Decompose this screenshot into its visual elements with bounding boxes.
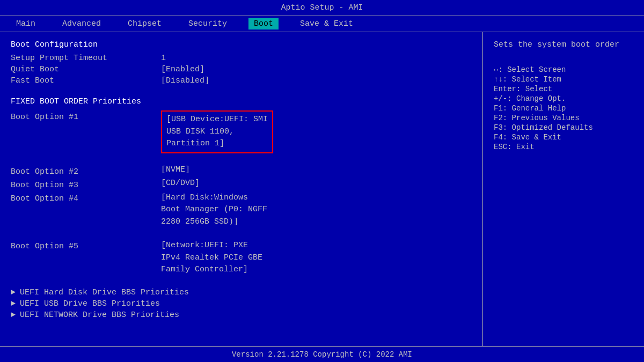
boot-option1-label: Boot Option #1 (11, 110, 161, 122)
boot-option3-label: Boot Option #3 (11, 179, 161, 190)
key-select-item-key: ↑↓: Select Item (494, 75, 561, 84)
boot-option4-row: Boot Option #4 [Hard Disk:Windows Boot M… (11, 192, 472, 228)
bbs1-label: UEFI Hard Disk Drive BBS Priorities (20, 288, 189, 297)
key-f4-key: F4: Save & Exit (494, 133, 561, 142)
boot-option2-value[interactable]: [NVME] (161, 165, 190, 174)
key-f2-key: F2: Previous Values (494, 114, 580, 122)
boot-option3-row: Boot Option #3 [CD/DVD] (11, 179, 472, 190)
quiet-boot-row: Quiet Boot [Enabled] (11, 65, 472, 74)
bbs1-arrow: ► (11, 288, 16, 297)
fast-boot-row: Fast Boot [Disabled] (11, 76, 472, 85)
setup-prompt-timeout-label: Setup Prompt Timeout (11, 54, 161, 63)
boot-option2-row: Boot Option #2 [NVME] (11, 165, 472, 176)
boot-option1-line2: USB DISK 1100, (166, 127, 234, 136)
key-change-key: +/-: Change Opt. (494, 94, 566, 103)
section1-header: Boot Configuration (11, 40, 472, 49)
key-enter: Enter: Select (494, 85, 633, 93)
menu-item-security[interactable]: Security (183, 18, 232, 29)
left-panel: Boot Configuration Setup Prompt Timeout … (0, 32, 483, 346)
key-f1: F1: General Help (494, 104, 633, 113)
bbs3-row[interactable]: ► UEFI NETWORK Drive BBS Priorities (11, 311, 472, 320)
boot-option1-line3: Partition 1] (166, 139, 224, 148)
menu-item-chipset[interactable]: Chipset (122, 18, 167, 29)
boot-option4-line3: 2280 256GB SSD)] (161, 217, 238, 226)
quiet-boot-label: Quiet Boot (11, 65, 161, 74)
bbs3-label: UEFI NETWORK Drive BBS Priorities (20, 311, 179, 320)
footer-text: Version 2.21.1278 Copyright (C) 2022 AMI (232, 350, 412, 359)
boot-option3-value[interactable]: [CD/DVD] (161, 179, 200, 188)
boot-option1-line1: [USB Device:UEFI: SMI (166, 115, 268, 124)
key-f3: F3: Optimized Defaults (494, 123, 633, 132)
title-bar: Aptio Setup - AMI (0, 0, 644, 16)
footer: Version 2.21.1278 Copyright (C) 2022 AMI (0, 346, 644, 362)
bbs3-arrow: ► (11, 311, 16, 320)
boot-option5-row: Boot Option #5 [Network:UEFI: PXE IPv4 R… (11, 240, 472, 276)
key-select-screen: ↔: Select Screen (494, 65, 633, 74)
boot-option4-value[interactable]: [Hard Disk:Windows Boot Manager (P0: NGF… (161, 192, 267, 228)
boot-option1-row: Boot Option #1 [USB Device:UEFI: SMI USB… (11, 110, 472, 153)
boot-option4-line2: Boot Manager (P0: NGFF (161, 205, 267, 214)
setup-prompt-timeout-row: Setup Prompt Timeout 1 (11, 54, 472, 63)
menu-item-boot[interactable]: Boot (248, 18, 279, 29)
key-select-screen-key: ↔: Select Screen (494, 65, 566, 74)
boot-option5-line1: [Network:UEFI: PXE (161, 241, 248, 250)
quiet-boot-value[interactable]: [Enabled] (161, 65, 204, 74)
key-enter-key: Enter: Select (494, 85, 552, 93)
setup-prompt-timeout-value[interactable]: 1 (161, 54, 166, 63)
key-f4: F4: Save & Exit (494, 133, 633, 142)
key-f1-key: F1: General Help (494, 104, 566, 113)
key-f3-key: F3: Optimized Defaults (494, 123, 593, 132)
key-select-item: ↑↓: Select Item (494, 75, 633, 84)
menu-item-advanced[interactable]: Advanced (57, 18, 106, 29)
section2-header: FIXED BOOT ORDER Priorities (11, 97, 472, 106)
menu-bar: Main Advanced Chipset Security Boot Save… (0, 16, 644, 32)
key-change: +/-: Change Opt. (494, 94, 633, 103)
boot-option5-value[interactable]: [Network:UEFI: PXE IPv4 Realtek PCIe GBE… (161, 240, 262, 276)
app-title: Aptio Setup - AMI (281, 3, 363, 12)
boot-option4-label: Boot Option #4 (11, 192, 161, 203)
bbs2-row[interactable]: ► UEFI USB Drive BBS Priorities (11, 299, 472, 308)
bbs2-label: UEFI USB Drive BBS Priorities (20, 299, 170, 308)
menu-item-save-exit[interactable]: Save & Exit (295, 18, 358, 29)
right-panel: Sets the system boot order ↔: Select Scr… (483, 32, 644, 346)
boot-option4-line1: [Hard Disk:Windows (161, 193, 248, 202)
main-layout: Boot Configuration Setup Prompt Timeout … (0, 32, 644, 346)
key-esc: ESC: Exit (494, 143, 633, 151)
help-text: Sets the system boot order (494, 40, 633, 49)
key-f2: F2: Previous Values (494, 114, 633, 122)
key-esc-key: ESC: Exit (494, 143, 535, 151)
boot-option1-value[interactable]: [USB Device:UEFI: SMI USB DISK 1100, Par… (161, 110, 273, 153)
fast-boot-label: Fast Boot (11, 76, 161, 85)
boot-option2-label: Boot Option #2 (11, 165, 161, 176)
menu-item-main[interactable]: Main (11, 18, 41, 29)
bbs1-row[interactable]: ► UEFI Hard Disk Drive BBS Priorities (11, 288, 472, 297)
fast-boot-value[interactable]: [Disabled] (161, 76, 209, 85)
boot-option5-line3: Family Controller] (161, 265, 248, 274)
help-keys: ↔: Select Screen ↑↓: Select Item Enter: … (494, 65, 633, 151)
boot-option5-line2: IPv4 Realtek PCIe GBE (161, 253, 262, 262)
boot-option5-label: Boot Option #5 (11, 240, 161, 251)
bbs2-arrow: ► (11, 299, 16, 308)
